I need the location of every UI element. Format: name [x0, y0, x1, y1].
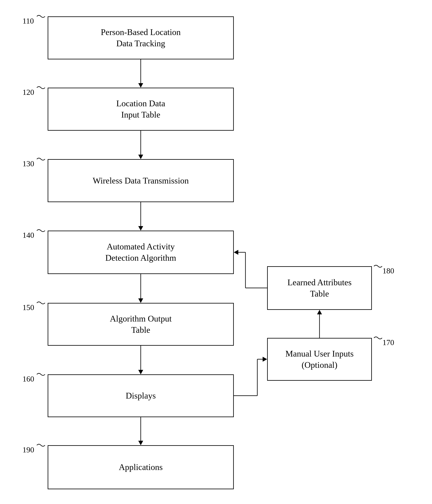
label-190: 190 [23, 445, 34, 454]
box-130: Wireless Data Transmission [48, 159, 234, 202]
diagram-container: Person-Based Location Data Tracking 110 … [0, 0, 432, 504]
svg-marker-11 [138, 441, 143, 445]
label-110: 110 [23, 16, 34, 25]
box-110: Person-Based Location Data Tracking [48, 16, 234, 59]
svg-marker-1 [138, 83, 143, 88]
label-120: 120 [23, 88, 34, 97]
svg-marker-5 [138, 226, 143, 231]
box-190-label: Applications [119, 462, 163, 473]
box-130-label: Wireless Data Transmission [93, 175, 189, 186]
label-150: 150 [23, 303, 34, 312]
box-140-label: Automated Activity Detection Algorithm [105, 241, 176, 263]
box-120: Location Data Input Table [48, 88, 234, 131]
box-160: Displays [48, 374, 234, 417]
box-160-label: Displays [126, 390, 156, 401]
svg-marker-15 [234, 250, 238, 255]
svg-marker-3 [138, 155, 143, 159]
label-170: 170 [382, 338, 394, 347]
box-180: Learned Attributes Table [267, 266, 372, 310]
box-190: Applications [48, 445, 234, 489]
label-140: 140 [23, 231, 34, 240]
svg-marker-21 [263, 357, 267, 362]
svg-marker-7 [138, 298, 143, 303]
label-160: 160 [23, 374, 34, 383]
box-150-label: Algorithm Output Table [110, 313, 172, 335]
box-170-label: Manual User Inputs (Optional) [285, 348, 354, 370]
svg-marker-9 [138, 370, 143, 374]
svg-marker-17 [317, 310, 322, 314]
box-180-label: Learned Attributes Table [287, 277, 352, 299]
box-140: Automated Activity Detection Algorithm [48, 231, 234, 274]
box-150: Algorithm Output Table [48, 303, 234, 346]
box-170: Manual User Inputs (Optional) [267, 338, 372, 381]
box-120-label: Location Data Input Table [116, 98, 165, 120]
label-180: 180 [382, 266, 394, 275]
label-130: 130 [23, 159, 34, 168]
box-110-label: Person-Based Location Data Tracking [101, 27, 181, 49]
